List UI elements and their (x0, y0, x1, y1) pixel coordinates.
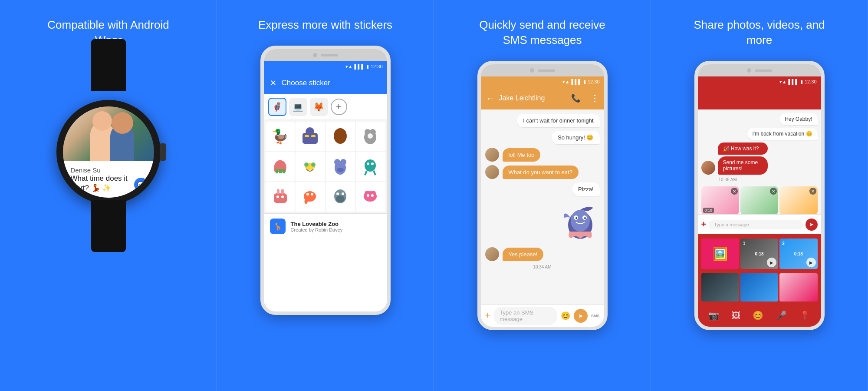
watch-contact-name: Denise Su (71, 166, 146, 174)
section-share-title: Share photos, videos, and more (690, 17, 829, 48)
sticker-tabs[interactable]: 🦸 💻 🦊 + (264, 94, 387, 120)
svg-point-6 (341, 130, 346, 135)
video-label-1: 0:18 (755, 252, 763, 256)
media-video-1[interactable]: 0:18 ▶ 1 (740, 239, 778, 269)
sticker-tab-3[interactable]: 🦊 (310, 98, 328, 116)
msg-metoo-wrap: lol! Me too (485, 148, 600, 162)
msg-yesplease: Yes please! (503, 248, 544, 261)
status-time: 12:30 (371, 64, 383, 69)
media-video-2[interactable]: 0:18 ▶ 2 (779, 239, 817, 269)
sticker-1[interactable]: 🦆 (266, 122, 295, 151)
bottom-emoji-icon[interactable]: 😊 (753, 310, 763, 321)
phone-notch (264, 49, 387, 61)
video-play-badge-2[interactable]: ▶ (806, 258, 816, 267)
share-msg-back: I'm back from vacation 😊 (747, 128, 818, 140)
sms-phone-notch (481, 64, 604, 76)
svg-point-31 (311, 193, 313, 196)
svg-point-16 (311, 162, 316, 167)
sms-more-icon[interactable]: ⋮ (590, 93, 599, 103)
close-icon[interactable]: ✕ (270, 78, 276, 88)
sticker-5[interactable] (266, 152, 295, 182)
sticker-8[interactable] (356, 152, 385, 182)
sms-send-icon: ➤ (578, 312, 583, 319)
share-input-field[interactable]: Type a message (709, 220, 802, 229)
svg-rect-3 (311, 135, 316, 137)
sticker-7[interactable] (326, 152, 355, 182)
svg-rect-13 (283, 169, 285, 173)
media-picker[interactable]: 🖼️ 0:18 ▶ 1 0:18 ▶ 2 (698, 234, 821, 273)
person2 (110, 124, 134, 161)
share-msg-hey: Hey Gabby! (779, 113, 817, 125)
photo-thumb-3[interactable]: ✕ (779, 186, 817, 214)
section-watch: Compatible with Android Wear Denise Su W… (0, 0, 217, 391)
status-bar-sticker: ▾▲ ▌▌▌ ▮ 12:30 (264, 61, 387, 72)
remove-photo-1[interactable]: ✕ (731, 188, 738, 195)
photo-thumb-2[interactable]: ✕ (740, 186, 778, 214)
sticker-pack-name: The Loveable Zoo (291, 221, 381, 227)
battery-icon: ▮ (366, 64, 369, 70)
sticker-tab-2[interactable]: 💻 (289, 98, 307, 116)
svg-point-20 (337, 168, 344, 172)
sms-attach-icon[interactable]: + (485, 311, 490, 321)
sticker-11[interactable] (326, 182, 355, 212)
bottom-mic-icon[interactable]: 🎤 (776, 310, 787, 321)
front-camera (313, 53, 317, 57)
svg-point-40 (371, 194, 374, 197)
svg-point-19 (340, 159, 346, 165)
watch-photo (63, 106, 154, 161)
remove-photo-2[interactable]: ✕ (770, 188, 777, 195)
sms-emoji-icon[interactable]: 😊 (561, 311, 570, 321)
sticker-4[interactable] (356, 122, 385, 151)
sms-earpiece (538, 70, 555, 72)
watch-reply-button[interactable]: 💬 (134, 178, 148, 192)
sms-label: SMS (591, 314, 600, 318)
sms-back-icon[interactable]: ← (486, 93, 495, 103)
media-cell-6[interactable] (779, 273, 817, 302)
sms-wifi-icon: ▾▲ (562, 79, 570, 85)
contact-avatar-1 (485, 148, 499, 162)
media-cell-4[interactable] (701, 273, 739, 302)
section-sms-title: Quickly send and receive SMS messages (473, 17, 612, 48)
earpiece (321, 54, 338, 56)
media-photo-cell[interactable]: 🖼️ (701, 239, 739, 269)
remove-photo-3[interactable]: ✕ (809, 188, 816, 195)
sms-battery-icon: ▮ (583, 79, 586, 85)
video-play-badge-1[interactable]: ▶ (767, 258, 776, 267)
svg-point-33 (336, 196, 345, 202)
sticker-tab-1[interactable]: 🦸 (268, 98, 286, 116)
photo-thumb-1[interactable]: ✕ 0:18 (701, 186, 739, 214)
share-phone: ▾▲ ▌▌▌ ▮ 12:30 Hey Gabby! I'm back from … (694, 61, 825, 330)
msg-hungry: So hungry! 😊 (552, 131, 600, 144)
share-front-camera (747, 68, 751, 73)
sms-call-icon[interactable]: 📞 (571, 93, 581, 103)
sticker-9[interactable] (266, 182, 295, 212)
share-attach-icon[interactable]: + (701, 219, 707, 229)
sticker-6[interactable] (296, 152, 325, 182)
sms-send-button[interactable]: ➤ (574, 309, 588, 323)
bottom-camera-icon[interactable]: 📷 (708, 310, 719, 321)
share-msg-how-wrap: 🎉 How was it? Send me some pictures! (701, 142, 818, 175)
sticker-grid: 🦆 (264, 120, 387, 213)
sms-input-field[interactable]: Type an SMS message (493, 307, 557, 325)
bottom-gallery-icon[interactable]: 🖼 (732, 311, 740, 321)
share-status-time: 12:30 (805, 79, 817, 84)
sticker-3[interactable] (326, 122, 355, 151)
svg-point-18 (334, 159, 340, 165)
sticker-2[interactable] (296, 122, 325, 151)
share-chat-area: Hey Gabby! I'm back from vacation 😊 🎉 Ho… (698, 109, 821, 214)
photo-icon: 🖼️ (713, 247, 728, 261)
sms-status-time: 12:30 (588, 79, 600, 84)
media-cell-5[interactable] (740, 273, 778, 302)
sticker-10[interactable] (296, 182, 325, 212)
bottom-location-icon[interactable]: 📍 (799, 310, 810, 321)
watch-crown (160, 143, 166, 161)
sticker-pack-author: Created by Robin Davey (291, 227, 381, 232)
share-send-button[interactable]: ➤ (806, 219, 818, 231)
section-share: Share photos, videos, and more ▾▲ ▌▌▌ ▮ … (651, 0, 868, 391)
sticker-bird (561, 201, 600, 242)
sticker-phone: ▾▲ ▌▌▌ ▮ 12:30 ✕ Choose sticker 🦸 💻 🦊 + … (260, 46, 391, 315)
add-sticker-tab[interactable]: + (331, 99, 347, 115)
sticker-footer: 🦒 The Loveable Zoo Created by Robin Dave… (264, 213, 387, 239)
sticker-12[interactable] (356, 182, 385, 212)
contact-avatar-3 (485, 247, 499, 261)
